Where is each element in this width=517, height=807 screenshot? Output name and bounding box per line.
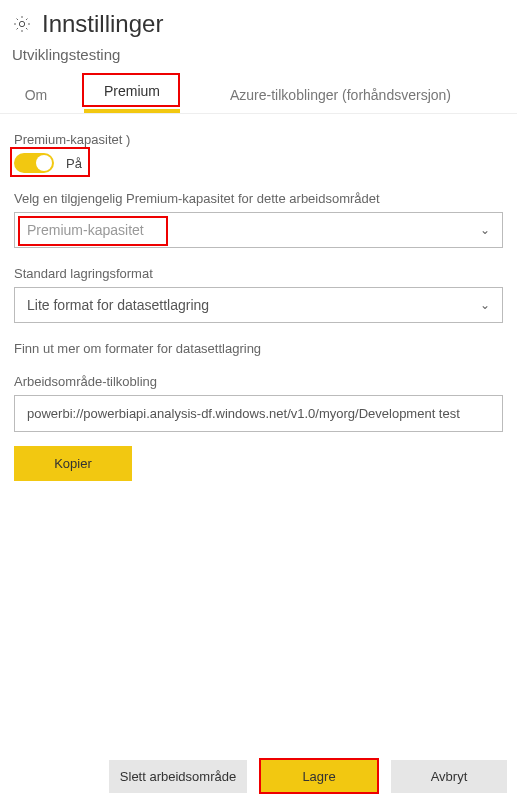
toggle-state-label: På <box>66 156 82 171</box>
capacity-select-label: Velg en tilgjengelig Premium-kapasitet f… <box>14 191 503 206</box>
chevron-down-icon: ⌄ <box>480 298 490 312</box>
chevron-down-icon: ⌄ <box>480 223 490 237</box>
workspace-connection-value[interactable]: powerbi://powerbiapi.analysis-df.windows… <box>14 395 503 432</box>
tab-active-underline <box>84 109 180 113</box>
tab-content-premium: Premium-kapasitet ) På Velg en tilgjenge… <box>0 114 517 750</box>
settings-header: Innstillinger <box>0 0 517 42</box>
tab-premium[interactable]: Premium <box>84 75 180 109</box>
premium-capacity-toggle[interactable] <box>14 153 54 173</box>
storage-format-label: Standard lagringsformat <box>14 266 503 281</box>
svg-point-0 <box>19 21 24 26</box>
capacity-select[interactable]: Premium-kapasitet ⌄ <box>14 212 503 248</box>
settings-tabs: Om Premium Azure-tilkoblinger (forhåndsv… <box>0 75 517 114</box>
cancel-button[interactable]: Avbryt <box>391 760 507 793</box>
workspace-name: Utviklingstesting <box>0 42 517 75</box>
delete-workspace-button[interactable]: Slett arbeidsområde <box>109 760 247 793</box>
page-title: Innstillinger <box>42 10 163 38</box>
storage-format-select[interactable]: Lite format for datasettlagring ⌄ <box>14 287 503 323</box>
premium-capacity-label: Premium-kapasitet ) <box>14 132 503 147</box>
copy-button[interactable]: Kopier <box>14 446 132 481</box>
dialog-footer: Slett arbeidsområde Lagre Avbryt <box>0 750 517 807</box>
storage-format-value: Lite format for datasettlagring <box>27 297 209 313</box>
capacity-select-value: Premium-kapasitet <box>27 222 144 238</box>
toggle-knob <box>36 155 52 171</box>
tab-azure[interactable]: Azure-tilkoblinger (forhåndsversjon) <box>216 79 465 113</box>
storage-format-learn-more[interactable]: Finn ut mer om formater for datasettlagr… <box>14 341 503 356</box>
gear-icon <box>12 14 32 34</box>
tab-about[interactable]: Om <box>6 79 66 113</box>
workspace-connection-label: Arbeidsområde-tilkobling <box>14 374 503 389</box>
save-button[interactable]: Lagre <box>261 760 377 793</box>
